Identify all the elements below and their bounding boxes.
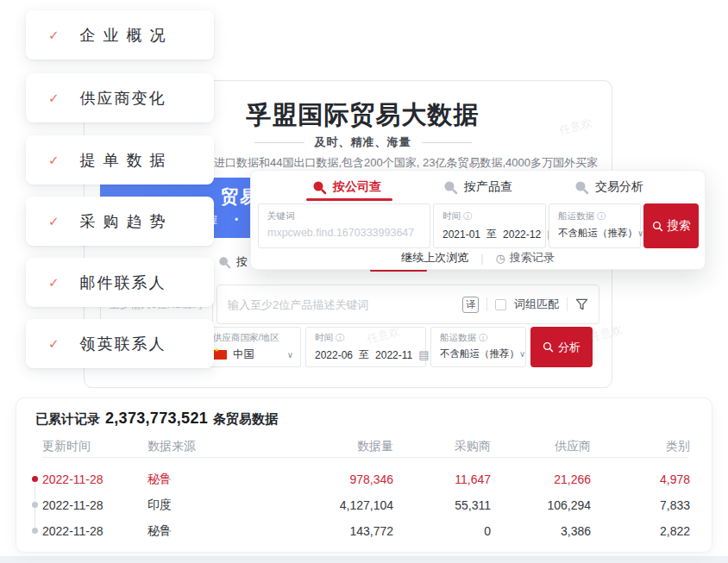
bullet-icon: • — [235, 214, 238, 226]
check-icon: ✓ — [48, 275, 60, 291]
search-icon — [652, 221, 663, 232]
cell-data-volume: 4,127,104 — [264, 498, 393, 512]
product-search-box: 译 词组匹配 — [217, 285, 599, 324]
search-icon — [543, 341, 554, 353]
hero-description: 进口数据和44国出口数据,包含200个国家, 23亿条贸易数据,4000多万国外… — [214, 155, 598, 171]
info-icon: ⓘ — [597, 210, 606, 222]
timeline-dot — [32, 502, 38, 508]
divider — [567, 297, 568, 311]
tab-label: 交易分析 — [595, 179, 643, 195]
cell-data-source: 秘鲁 — [147, 523, 264, 539]
analyze-button[interactable]: 分析 — [530, 327, 593, 367]
divider — [486, 297, 487, 311]
batch-input-icon[interactable]: 译 — [462, 297, 479, 313]
sidebar-item-supplier-changes[interactable]: ✓ 供应商变化 — [26, 73, 214, 122]
subtitle-line-right — [422, 142, 472, 143]
sidebar-item-label: 提 单 数 据 — [80, 150, 167, 171]
sidebar-item-label: 供应商变化 — [80, 88, 166, 109]
cell-categories: 7,833 — [591, 498, 690, 512]
time-range-field[interactable]: 时间ⓘ 2021-01至2022-12 ▤ — [433, 203, 546, 248]
info-icon: ⓘ — [479, 332, 487, 344]
column-header: 供应商 — [491, 439, 591, 454]
cell-suppliers: 21,266 — [491, 472, 591, 486]
supplier-country-label: 供应商国家/地区 — [213, 332, 279, 344]
subtitle-line-left — [254, 142, 304, 143]
search-history-link[interactable]: ◷ 搜索记录 — [496, 250, 555, 266]
sidebar-item-email-contacts[interactable]: ✓ 邮件联系人 — [26, 258, 214, 307]
column-header: 数据来源 — [147, 439, 264, 454]
table-row[interactable]: 2022-11-28 秘鲁 978,346 11,647 21,266 4,97… — [42, 466, 690, 492]
tab-company-search-background[interactable]: 按 — [218, 254, 248, 270]
keyword-input[interactable] — [267, 227, 423, 239]
sidebar-item-label: 企 业 概 况 — [80, 25, 167, 46]
records-suffix: 条贸易数据 — [213, 411, 278, 428]
cell-data-source: 秘鲁 — [147, 472, 264, 487]
column-header: 采购商 — [393, 439, 491, 454]
timeline-dot — [32, 476, 38, 482]
sidebar-item-label: 邮件联系人 — [80, 272, 166, 293]
calendar-icon: ▤ — [418, 348, 429, 361]
analyze-time-range[interactable]: 时间ⓘ 2022-06至2022-11 ▤ — [305, 327, 426, 367]
product-keyword-input[interactable] — [228, 298, 455, 311]
subtitle-text: 及时、精准、海量 — [315, 134, 411, 150]
info-icon: ⓘ — [463, 210, 472, 222]
table-row[interactable]: 2022-11-28 秘鲁 143,772 0 3,386 2,822 — [42, 518, 690, 544]
page: 孚盟国际贸易大数据 及时、精准、海量 进口数据和44国出口数据,包含200个国家… — [0, 0, 728, 563]
info-icon: ⓘ — [336, 332, 344, 344]
analyze-button-label: 分析 — [558, 340, 581, 355]
analyze-shipping-value: 不含船运（推荐） ∨ — [440, 347, 518, 360]
records-total: 2,373,773,521 — [105, 410, 208, 428]
cell-categories: 4,978 — [591, 472, 690, 486]
table-row[interactable]: 2022-11-28 印度 4,127,104 55,311 106,294 7… — [42, 492, 690, 518]
tab-label: 按产品查 — [464, 179, 512, 195]
supplier-country-select[interactable]: 供应商国家/地区 ★ 中国 ∨ — [204, 327, 301, 367]
check-icon: ✓ — [48, 214, 60, 229]
column-header: 更新时间 — [42, 439, 147, 454]
tab-search-by-company[interactable]: 按公司查 — [312, 179, 381, 195]
phrase-match-checkbox[interactable] — [495, 299, 506, 310]
cell-update-date: 2022-11-28 — [42, 498, 147, 512]
batch-glyph: 译 — [466, 298, 475, 311]
cell-buyers: 55,311 — [393, 498, 491, 512]
records-prefix: 已累计记录 — [35, 411, 100, 428]
keyword-field[interactable]: 关键词 — [258, 203, 430, 248]
table-header: 更新时间 数据来源 数据量 采购商 供应商 类别 — [42, 438, 690, 455]
time-label: 时间ⓘ — [442, 210, 472, 222]
shipping-data-select[interactable]: 船运数据ⓘ 不含船运（推荐） ∨ — [549, 203, 641, 248]
tab-label: 按公司查 — [333, 179, 381, 195]
cell-update-date: 2022-11-28 — [42, 472, 147, 486]
column-header: 数据量 — [264, 439, 393, 454]
search-history-label: 搜索记录 — [510, 250, 555, 266]
divider: | — [480, 252, 483, 265]
filter-icon[interactable] — [575, 298, 588, 311]
tab-search-by-product[interactable]: 按产品查 — [443, 179, 512, 195]
china-flag-icon: ★ — [213, 350, 227, 360]
chevron-down-icon: ∨ — [287, 350, 293, 360]
check-icon: ✓ — [48, 91, 60, 106]
tab-label: 按 — [236, 254, 248, 270]
chevron-down-icon: ∨ — [519, 349, 525, 359]
shipping-label: 船运数据ⓘ — [558, 210, 606, 222]
sidebar-item-bill-of-lading-data[interactable]: ✓ 提 单 数 据 — [26, 135, 214, 185]
product-search-icon — [443, 180, 458, 195]
analyze-shipping-select[interactable]: 船运数据ⓘ 不含船运（推荐） ∨ — [430, 327, 526, 367]
clock-icon: ◷ — [496, 252, 505, 265]
supplier-country-value: ★ 中国 ∨ — [213, 347, 293, 362]
sidebar-item-linkedin-contacts[interactable]: ✓ 领英联系人 — [26, 319, 214, 368]
analyze-shipping-label: 船运数据ⓘ — [440, 332, 487, 344]
column-header: 类别 — [591, 439, 690, 454]
panel-links: 继续上次浏览 | ◷ 搜索记录 — [251, 250, 705, 266]
analyze-time-value: 2022-06至2022-11 ▤ — [315, 347, 418, 362]
search-tabs: 按公司查 按产品查 交易分析 — [251, 179, 705, 195]
sidebar-item-purchase-trends[interactable]: ✓ 采 购 趋 势 — [26, 197, 214, 246]
sidebar-item-company-overview[interactable]: ✓ 企 业 概 况 — [26, 10, 214, 59]
search-badge-icon — [218, 256, 231, 269]
search-button-label: 搜索 — [668, 218, 691, 234]
tab-trade-analysis[interactable]: 交易分析 — [574, 179, 643, 195]
check-icon: ✓ — [48, 28, 60, 43]
cell-suppliers: 106,294 — [491, 498, 591, 512]
continue-browsing-link[interactable]: 继续上次浏览 — [401, 250, 468, 266]
trade-analysis-icon — [574, 180, 589, 195]
search-button[interactable]: 搜索 — [643, 203, 699, 248]
cell-buyers: 11,647 — [393, 472, 491, 486]
